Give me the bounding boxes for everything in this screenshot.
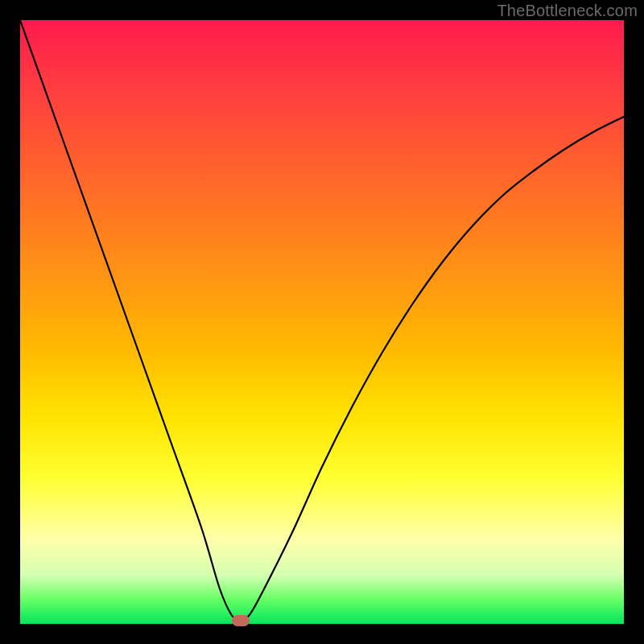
bottleneck-curve — [20, 20, 624, 621]
plot-area — [20, 20, 624, 624]
optimal-marker — [232, 615, 250, 626]
chart-frame: TheBottleneck.com — [0, 0, 644, 644]
watermark-text: TheBottleneck.com — [497, 2, 638, 20]
curve-layer — [20, 20, 624, 624]
